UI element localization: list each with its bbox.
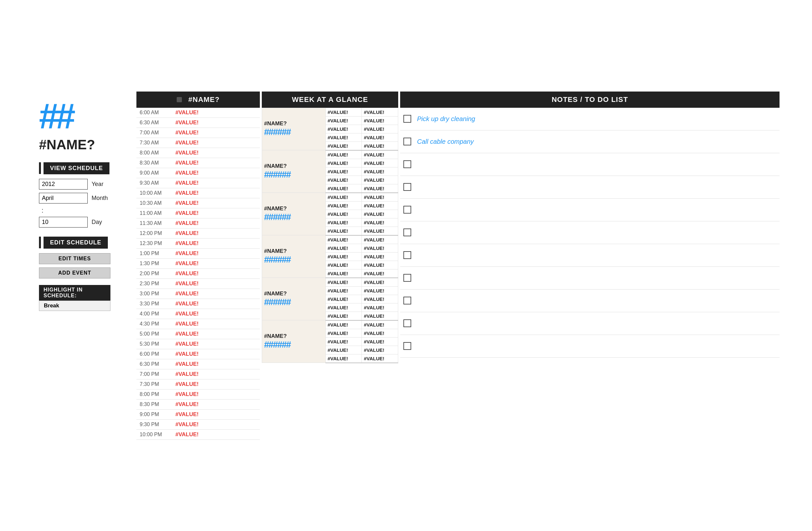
schedule-row: 9:30 PM#VALUE! — [136, 419, 260, 429]
week-day-name: #NAME? — [264, 248, 323, 254]
day-input[interactable] — [39, 217, 88, 227]
week-val1: #VALUE! — [325, 346, 362, 354]
week-val1: #VALUE! — [325, 218, 362, 226]
week-val1: #VALUE! — [325, 108, 362, 116]
week-val2: #VALUE! — [362, 261, 398, 269]
schedule-section: #NAME? 6:00 AM#VALUE!6:30 AM#VALUE!7:00 … — [136, 91, 260, 440]
week-val2: #VALUE! — [362, 235, 398, 244]
schedule-value: #VALUE! — [172, 268, 260, 279]
schedule-value: #VALUE! — [172, 178, 260, 188]
add-event-button[interactable]: ADD EVENT — [39, 267, 111, 279]
week-val2: #VALUE! — [362, 252, 398, 261]
schedule-row: 12:30 PM#VALUE! — [136, 238, 260, 248]
schedule-row: 9:30 AM#VALUE! — [136, 178, 260, 188]
edit-schedule-button[interactable]: EDIT SCHEDULE — [44, 237, 108, 249]
schedule-time: 10:00 PM — [136, 429, 172, 440]
week-val2: #VALUE! — [362, 286, 398, 295]
week-val1: #VALUE! — [325, 226, 362, 235]
section-bar-icon — [39, 162, 41, 174]
week-val2: #VALUE! — [362, 167, 398, 176]
notes-item — [400, 335, 780, 358]
notes-checkbox[interactable] — [403, 183, 411, 191]
edit-times-button[interactable]: EDIT TIMES — [39, 253, 111, 264]
notes-text: Pick up dry cleaning — [417, 115, 475, 123]
notes-checkbox[interactable] — [403, 228, 411, 236]
notes-list: Pick up dry cleaningCall cable company — [400, 108, 780, 358]
week-val2: #VALUE! — [362, 210, 398, 218]
schedule-row: 4:30 PM#VALUE! — [136, 319, 260, 329]
week-val2: #VALUE! — [362, 269, 398, 278]
schedule-time: 2:00 PM — [136, 268, 172, 279]
schedule-row: 6:00 PM#VALUE! — [136, 349, 260, 359]
schedule-time: 6:30 PM — [136, 359, 172, 369]
week-val2: #VALUE! — [362, 226, 398, 235]
week-day-name: #NAME? — [264, 333, 323, 339]
week-val2: #VALUE! — [362, 320, 398, 329]
view-schedule-button[interactable]: VIEW SCHEDULE — [44, 162, 110, 174]
schedule-row: 7:00 AM#VALUE! — [136, 128, 260, 138]
notes-checkbox[interactable] — [403, 138, 411, 145]
week-val1: #VALUE! — [325, 184, 362, 193]
notes-checkbox[interactable] — [403, 274, 411, 282]
week-val2: #VALUE! — [362, 329, 398, 337]
schedule-time: 10:00 AM — [136, 188, 172, 198]
week-val2: #VALUE! — [362, 218, 398, 226]
schedule-time: 10:30 AM — [136, 198, 172, 208]
notes-checkbox[interactable] — [403, 342, 411, 350]
week-val1: #VALUE! — [325, 124, 362, 133]
schedule-row: 11:30 AM#VALUE! — [136, 218, 260, 228]
notes-checkbox[interactable] — [403, 297, 411, 305]
notes-checkbox[interactable] — [403, 206, 411, 213]
schedule-value: #VALUE! — [172, 409, 260, 419]
schedule-row: 11:00 AM#VALUE! — [136, 208, 260, 218]
notes-checkbox[interactable] — [403, 251, 411, 259]
schedule-row: 3:30 PM#VALUE! — [136, 299, 260, 309]
week-day-name: #NAME? — [264, 205, 323, 212]
week-row: #NAME?#######VALUE!#VALUE! — [262, 150, 398, 159]
schedule-time: 3:30 PM — [136, 299, 172, 309]
week-val2: #VALUE! — [362, 244, 398, 252]
week-val1: #VALUE! — [325, 142, 362, 150]
week-val2: #VALUE! — [362, 133, 398, 142]
schedule-value: #VALUE! — [172, 248, 260, 259]
week-val1: #VALUE! — [325, 235, 362, 244]
schedule-header: #NAME? — [136, 91, 260, 108]
schedule-row: 4:00 PM#VALUE! — [136, 309, 260, 319]
week-day-name: #NAME? — [264, 163, 323, 169]
month-input[interactable] — [39, 193, 88, 204]
week-table: #NAME?#######VALUE!#VALUE!#VALUE!#VALUE!… — [262, 108, 398, 363]
week-val1: #VALUE! — [325, 244, 362, 252]
week-val1: #VALUE! — [325, 210, 362, 218]
week-val2: #VALUE! — [362, 346, 398, 354]
week-val2: #VALUE! — [362, 201, 398, 210]
schedule-value: #VALUE! — [172, 168, 260, 178]
schedule-row: 3:00 PM#VALUE! — [136, 289, 260, 299]
schedule-row: 6:30 PM#VALUE! — [136, 359, 260, 369]
notes-checkbox[interactable] — [403, 319, 411, 327]
schedule-table: 6:00 AM#VALUE!6:30 AM#VALUE!7:00 AM#VALU… — [136, 108, 260, 440]
week-val1: #VALUE! — [325, 278, 362, 286]
schedule-row: 8:30 PM#VALUE! — [136, 399, 260, 409]
week-val1: #VALUE! — [325, 337, 362, 346]
schedule-value: #VALUE! — [172, 329, 260, 339]
notes-item — [400, 290, 780, 312]
schedule-time: 11:30 AM — [136, 218, 172, 228]
week-row: #NAME?#######VALUE!#VALUE! — [262, 235, 398, 244]
week-val2: #VALUE! — [362, 303, 398, 312]
schedule-time: 1:30 PM — [136, 259, 172, 268]
week-val1: #VALUE! — [325, 133, 362, 142]
week-val2: #VALUE! — [362, 193, 398, 202]
notes-checkbox[interactable] — [403, 160, 411, 168]
schedule-time: 5:00 PM — [136, 329, 172, 339]
month-field-group: Month — [39, 193, 136, 204]
schedule-value: #VALUE! — [172, 128, 260, 138]
schedule-time: 4:00 PM — [136, 309, 172, 319]
notes-checkbox[interactable] — [403, 115, 411, 123]
week-section: WEEK AT A GLANCE #NAME?#######VALUE!#VAL… — [262, 91, 398, 363]
year-input[interactable] — [39, 179, 88, 190]
schedule-time: 8:00 AM — [136, 148, 172, 158]
notes-item — [400, 221, 780, 244]
week-hashtag-icon: ###### — [264, 212, 323, 222]
schedule-title: #NAME? — [188, 95, 220, 104]
schedule-row: 7:30 PM#VALUE! — [136, 379, 260, 389]
